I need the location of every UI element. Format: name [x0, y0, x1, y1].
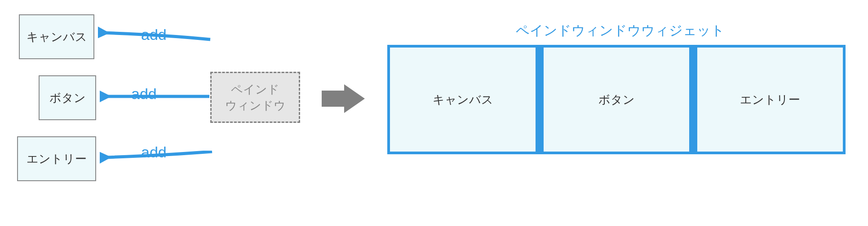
button-widget-box: ボタン [39, 75, 96, 120]
svg-marker-3 [322, 84, 365, 113]
add-label-canvas: add [141, 26, 167, 43]
canvas-label: キャンバス [27, 29, 87, 45]
paned-divider-1 [536, 48, 544, 152]
add-label-entry: add [141, 143, 167, 161]
add-label-button: add [131, 85, 157, 103]
paned-button-label: ボタン [598, 92, 635, 108]
entry-widget-box: エントリー [17, 136, 96, 181]
entry-label: エントリー [27, 151, 87, 167]
paned-divider-2 [689, 48, 697, 152]
source-line1: ペインド [231, 81, 279, 97]
button-label: ボタン [49, 90, 86, 106]
big-arrow-right [322, 81, 367, 117]
paned-widget-title: ペインドウィンドウウィジェット [485, 22, 755, 40]
paned-child-button: ボタン [544, 48, 689, 152]
paned-canvas-label: キャンバス [433, 92, 493, 108]
paned-child-canvas: キャンバス [390, 48, 536, 152]
paned-entry-label: エントリー [740, 92, 800, 108]
source-line2: ウィンドウ [225, 97, 286, 113]
canvas-widget-box: キャンバス [19, 14, 94, 59]
paned-window-container: キャンバス ボタン エントリー [387, 45, 846, 154]
paned-child-entry: エントリー [697, 48, 843, 152]
paned-window-source-box: ペインド ウィンドウ [210, 72, 300, 123]
